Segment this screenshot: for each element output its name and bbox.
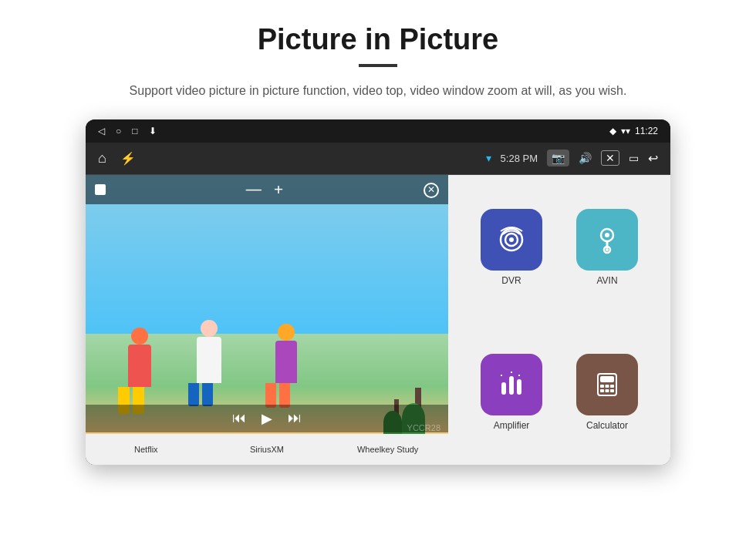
apps-section: DVR AVIN: [448, 175, 670, 465]
screen-content: — + ✕ ⏮ ▶ ⏭ Netflix SiriusXM: [86, 175, 670, 465]
pip-bottom-labels: Netflix SiriusXM Wheelkey Study: [86, 434, 448, 465]
status-time: 11:22: [635, 126, 658, 136]
svg-rect-16: [600, 385, 604, 388]
svg-rect-15: [600, 376, 614, 382]
download-nav-icon[interactable]: ⬇: [149, 126, 157, 136]
pip-icon[interactable]: ▭: [629, 152, 639, 164]
app-amplifier-label: Amplifier: [494, 420, 530, 431]
dvr-svg: [495, 224, 528, 256]
wifi-icon: ▾: [486, 152, 491, 164]
svg-rect-9: [509, 376, 514, 395]
pip-close-btn[interactable]: ✕: [424, 180, 439, 198]
pip-playback-controls: ⏮ ▶ ⏭: [86, 405, 448, 432]
next-btn[interactable]: ⏭: [288, 410, 302, 426]
page-title: Picture in Picture: [258, 23, 499, 56]
home-nav-icon[interactable]: ○: [116, 126, 121, 136]
app-dvr-wrap: DVR: [470, 209, 553, 286]
status-bar-right: ◆ ▾▾ 11:22: [609, 126, 658, 136]
home-icon[interactable]: ⌂: [98, 150, 106, 166]
page-container: Picture in Picture Support video picture…: [0, 0, 756, 465]
app-calculator-label: Calculator: [586, 420, 628, 431]
apps-row-1: DVR AVIN: [448, 175, 670, 320]
pip-controls-center: — +: [246, 180, 284, 200]
nav-bar-right: ▾ 5:28 PM 📷 🔊 ✕ ▭ ↩: [486, 150, 658, 166]
label-siriusxm: SiriusXM: [228, 445, 305, 454]
nav-bar: ⌂ ⚡ ▾ 5:28 PM 📷 🔊 ✕ ▭ ↩: [86, 143, 670, 175]
pip-container[interactable]: — + ✕ ⏮ ▶ ⏭ Netflix SiriusXM: [86, 175, 448, 465]
svg-point-4: [605, 233, 609, 237]
pip-record-icon: [95, 184, 106, 195]
apps-row-2: Amplifier: [448, 320, 670, 465]
recent-nav-icon[interactable]: □: [132, 126, 137, 136]
status-bar: ◁ ○ □ ⬇ ◆ ▾▾ 11:22: [86, 119, 670, 143]
app-calculator-icon[interactable]: [576, 354, 638, 415]
label-wheelkey: Wheelkey Study: [349, 445, 427, 454]
svg-rect-17: [606, 385, 609, 388]
svg-point-7: [606, 248, 609, 251]
location-icon: ◆: [609, 126, 616, 136]
title-divider: [359, 64, 397, 67]
svg-rect-8: [501, 382, 506, 395]
avin-svg: [591, 224, 623, 256]
back-nav-icon[interactable]: ◁: [98, 126, 105, 136]
amplifier-svg: [495, 368, 528, 401]
nav-close-icon[interactable]: ✕: [601, 150, 619, 166]
app-dvr-label: DVR: [501, 275, 521, 286]
signal-icon: ▾▾: [621, 126, 630, 136]
svg-rect-19: [600, 389, 604, 392]
svg-point-2: [509, 237, 514, 242]
app-amplifier-icon[interactable]: [481, 354, 542, 415]
app-calculator-wrap: Calculator: [565, 354, 649, 431]
usb-icon[interactable]: ⚡: [120, 151, 136, 166]
nav-time: 5:28 PM: [501, 153, 538, 164]
device-frame: ◁ ○ □ ⬇ ◆ ▾▾ 11:22 ⌂ ⚡ ▾ 5:28 PM 📷 🔊: [86, 119, 670, 465]
app-avin-label: AVIN: [596, 275, 617, 286]
status-bar-left: ◁ ○ □ ⬇: [98, 126, 157, 136]
watermark: YCCR28: [407, 423, 440, 432]
prev-btn[interactable]: ⏮: [232, 410, 246, 426]
svg-rect-20: [606, 389, 609, 392]
camera-icon[interactable]: 📷: [547, 150, 569, 166]
play-btn[interactable]: ▶: [262, 410, 272, 427]
volume-icon[interactable]: 🔊: [579, 152, 592, 164]
pip-record-area: [95, 184, 106, 195]
svg-rect-21: [610, 389, 614, 392]
pip-plus-btn[interactable]: +: [274, 180, 284, 200]
app-avin-icon[interactable]: [576, 209, 638, 271]
svg-rect-10: [517, 379, 521, 395]
svg-rect-18: [610, 385, 614, 388]
pip-controls-bar: — + ✕: [86, 175, 448, 204]
pip-minus-btn[interactable]: —: [246, 180, 262, 198]
back-icon[interactable]: ↩: [648, 151, 658, 166]
app-amplifier-wrap: Amplifier: [470, 354, 553, 431]
calculator-svg: [592, 369, 623, 400]
label-netflix: Netflix: [107, 445, 184, 454]
nav-bar-left: ⌂ ⚡: [98, 150, 136, 166]
app-avin-wrap: AVIN: [565, 209, 649, 286]
page-description: Support video picture in picture functio…: [130, 81, 627, 101]
app-dvr-icon[interactable]: [481, 209, 542, 271]
